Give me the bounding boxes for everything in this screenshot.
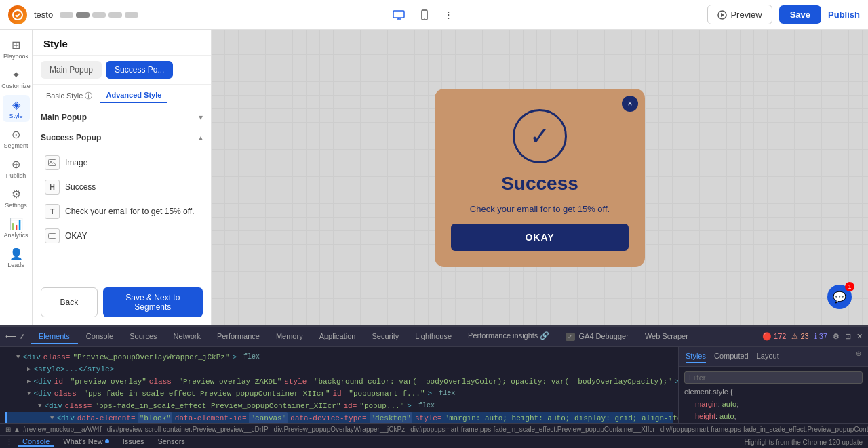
settings-devtools-icon[interactable]: ⚙ — [833, 332, 840, 341]
site-info: testo — [34, 9, 53, 20]
dot-4 — [108, 12, 122, 18]
whats-new-tab[interactable]: What's New — [59, 437, 113, 447]
dot-5 — [125, 12, 138, 18]
main-popup-chevron: ▾ — [199, 113, 203, 122]
bc-preview-scroll[interactable]: div#preview-scroll-container.Preview_pre… — [107, 426, 269, 433]
main-popup-section-header[interactable]: Main Popup ▾ — [33, 107, 211, 127]
code-line-6[interactable]: ▼ <div data-element="block" data-element… — [5, 412, 673, 423]
popup-okay-button[interactable]: OKAY — [451, 224, 629, 251]
code-line-2: ▶ <style>...</style> — [5, 363, 673, 375]
devtools-tab-perf-insights[interactable]: Performance insights 🔗 — [460, 329, 557, 344]
element-style-block: element.style { margin: auto; height: au… — [684, 388, 863, 423]
success-popup-section-header[interactable]: Success Popup ▴ — [33, 127, 211, 148]
heading-icon: H — [45, 180, 60, 195]
issues-tab[interactable]: Issues — [119, 437, 149, 447]
devtools-sidebar: Styles Computed Layout ⊕ element.style {… — [678, 347, 868, 423]
sidebar-item-playbook[interactable]: ⊞ Playbook — [3, 35, 30, 62]
app-logo[interactable] — [8, 5, 27, 24]
sidebar-item-style[interactable]: ◈ Style — [3, 95, 30, 122]
more-options-button[interactable]: ⋮ — [441, 7, 456, 22]
devtools-tab-ga4[interactable]: ✓ GA4 Debugger — [557, 329, 636, 344]
code-line-5: ▼ <div class="pps-fade_in_scale_effect P… — [5, 400, 673, 412]
element-success-heading[interactable]: H Success — [38, 175, 205, 199]
svg-rect-1 — [393, 11, 404, 18]
image-icon — [45, 155, 60, 170]
devtools-icon-1: ⟵ — [5, 332, 16, 341]
bc-container-2[interactable]: div#popupsmart-frame.pps-fade_in_scale_e… — [660, 426, 868, 433]
devtools-tab-sources[interactable]: Sources — [121, 329, 165, 344]
devtools-breadcrumb: ⊞ ▲ #review_mockup__aAW4f div#preview-sc… — [0, 423, 868, 435]
devtools-panel: ⟵ ⤢ Elements Console Sources Network Per… — [0, 325, 868, 448]
bc-review-mockup[interactable]: #review_mockup__aAW4f — [23, 426, 102, 433]
devtools-tab-scraper[interactable]: Web Scraper — [637, 329, 696, 344]
devtools-menu-button[interactable]: ⋮ — [5, 438, 13, 447]
element-image[interactable]: Image — [38, 150, 205, 175]
devtools-tab-lighthouse[interactable]: Lighthouse — [407, 329, 460, 344]
style-panel-title: Style — [33, 30, 211, 56]
bc-overlay-wrapper[interactable]: div.Preview_popupOverlayWrapper__jCkPz — [274, 426, 406, 433]
sidebar-item-publish[interactable]: ⊕ Publish — [3, 155, 30, 182]
main-popup-section-title: Main Popup — [41, 113, 87, 122]
desktop-device-button[interactable] — [390, 7, 408, 22]
analytics-icon: 📊 — [9, 218, 23, 230]
element-okay-label: OKAY — [65, 231, 87, 241]
code-line-4: ▼ <div class="pps-fade_in_scale_effect P… — [5, 388, 673, 400]
segment-icon: ⊙ — [12, 128, 20, 141]
devtools-tab-network[interactable]: Network — [165, 329, 209, 344]
preview-label: Preview — [730, 9, 762, 20]
topbar-left: testo — [8, 5, 138, 24]
devtools-tab-application[interactable]: Application — [311, 329, 364, 344]
devtools-sidebar-tabs: Styles Computed Layout ⊕ — [679, 347, 868, 367]
chat-button[interactable]: 💬 1 — [827, 285, 852, 309]
devtools-tab-performance[interactable]: Performance — [209, 329, 268, 344]
sidebar-item-segment[interactable]: ⊙ Segment — [3, 125, 30, 152]
breadcrumb-dots — [60, 12, 138, 18]
sidebar-item-customize[interactable]: ✦ Customize — [3, 65, 30, 92]
left-sidebar: ⊞ Playbook ✦ Customize ◈ Style ⊙ Segment… — [0, 30, 33, 325]
success-popup-tab[interactable]: Success Po... — [106, 61, 173, 79]
save-button[interactable]: Save — [779, 5, 821, 24]
element-okay-button[interactable]: OKAY — [38, 224, 205, 248]
element-check-text[interactable]: T Check your email for to get 15% off. — [38, 199, 205, 224]
basic-style-tab[interactable]: Basic Style ⓘ — [41, 89, 98, 103]
main-layout: ⊞ Playbook ✦ Customize ◈ Style ⊙ Segment… — [0, 30, 868, 325]
sidebar-item-settings[interactable]: ⚙ Settings — [3, 184, 30, 211]
publish-button[interactable]: Publish — [828, 9, 860, 20]
sidebar-icons: ⊕ — [856, 350, 861, 363]
bc-container-1[interactable]: div#popupsmart-frame.pps-fade_in_scale_e… — [410, 426, 655, 433]
settings-icon: ⚙ — [12, 188, 21, 201]
popup-tabs: Main Popup Success Po... — [33, 56, 211, 85]
styles-tab[interactable]: Styles — [686, 350, 706, 363]
dot-2 — [76, 12, 90, 18]
success-popup-chevron: ▴ — [199, 133, 203, 142]
console-tab-bottom[interactable]: Console — [18, 437, 54, 447]
sidebar-item-leads[interactable]: 👤 Leads — [3, 244, 30, 271]
devtools-tab-memory[interactable]: Memory — [268, 329, 311, 344]
svg-rect-7 — [49, 234, 56, 239]
dock-icon[interactable]: ⊡ — [845, 332, 851, 341]
devtools-tab-elements[interactable]: Elements — [31, 329, 78, 344]
success-popup-section-title: Success Popup — [41, 133, 101, 142]
sidebar-item-analytics[interactable]: 📊 Analytics — [3, 214, 30, 241]
save-next-button[interactable]: Save & Next to Segments — [103, 287, 203, 317]
advanced-style-tab[interactable]: Advanced Style — [100, 89, 167, 103]
back-button[interactable]: Back — [41, 287, 98, 317]
main-popup-tab[interactable]: Main Popup — [41, 61, 102, 79]
devtools-status-bar: ⋮ Console What's New Issues Sensors High… — [0, 435, 868, 448]
computed-tab[interactable]: Computed — [714, 350, 749, 363]
layout-tab[interactable]: Layout — [757, 350, 779, 363]
mobile-device-button[interactable] — [418, 7, 431, 23]
devtools-tab-security[interactable]: Security — [363, 329, 407, 344]
panel-actions: Back Save & Next to Segments — [33, 279, 211, 325]
style-prop-height: height: auto; — [684, 412, 863, 420]
devtools-tab-console[interactable]: Console — [78, 329, 121, 344]
styles-filter-input[interactable] — [684, 371, 863, 384]
preview-button[interactable]: Preview — [707, 5, 772, 24]
popup-close-button[interactable]: × — [622, 96, 638, 112]
devtools-code-view: ▼ <div class="Preview_popupOverlayWrappe… — [0, 347, 678, 423]
sensors-tab[interactable]: Sensors — [154, 437, 189, 447]
popup-title: Success — [501, 173, 578, 195]
close-devtools-icon[interactable]: ✕ — [856, 332, 863, 341]
error-count: 🔴 172 — [762, 332, 786, 341]
style-panel: Style Main Popup Success Po... Basic Sty… — [33, 30, 212, 325]
